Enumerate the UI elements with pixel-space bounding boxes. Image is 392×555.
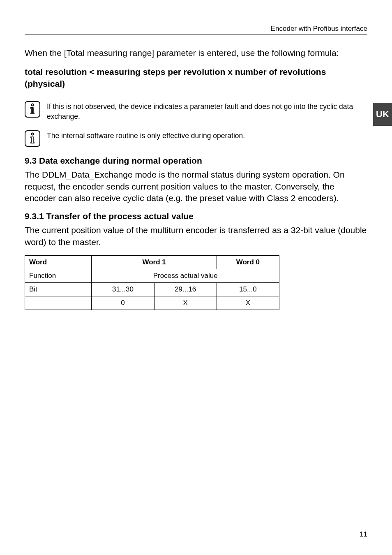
table-cell-bit-31-30: 31...30: [92, 283, 154, 296]
body-9-3: The DDLM_Data_Exchange mode is the norma…: [25, 169, 367, 204]
table-cell-bit-29-16: 29...16: [154, 283, 217, 296]
body-9-3-1: The current position value of the multit…: [25, 224, 367, 248]
svg-point-1: [32, 133, 34, 135]
table-cell-empty: [25, 296, 92, 310]
table-cell-function-label: Function: [25, 269, 92, 283]
table-cell-val-x2: X: [217, 296, 279, 310]
page-header: Encoder with Profibus interface: [25, 25, 367, 35]
table-cell-bit-15-0: 15...0: [217, 283, 279, 296]
table-header-word: Word: [25, 256, 92, 269]
language-tab-uk: UK: [373, 103, 392, 126]
note-1-text: If this is not observed, the device indi…: [47, 101, 367, 121]
table-row: Bit 31...30 29...16 15...0: [25, 283, 279, 296]
table-cell-val-0: 0: [92, 296, 154, 310]
formula-text: total resolution < measuring steps per r…: [25, 66, 367, 90]
table-row: Function Process actual value: [25, 269, 279, 283]
note-row-2: The internal software routine is only ef…: [25, 130, 367, 147]
note-2-text: The internal software routine is only ef…: [47, 130, 245, 141]
table-cell-function-value: Process actual value: [92, 269, 279, 283]
info-icon: [25, 101, 40, 118]
info-icon: [25, 130, 40, 147]
intro-paragraph: When the [Total measuring range] paramet…: [25, 47, 367, 59]
svg-point-0: [32, 104, 34, 106]
table-header-word0: Word 0: [217, 256, 279, 269]
header-title: Encoder with Profibus interface: [25, 25, 367, 33]
table-row: 0 X X: [25, 296, 279, 310]
table-header-word1: Word 1: [92, 256, 217, 269]
table-cell-bit-label: Bit: [25, 283, 92, 296]
heading-9-3: 9.3 Data exchange during normal operatio…: [25, 156, 367, 166]
heading-9-3-1: 9.3.1 Transfer of the process actual val…: [25, 211, 367, 221]
table-row: Word Word 1 Word 0: [25, 256, 279, 269]
page-number: 11: [360, 530, 367, 539]
note-row-1: If this is not observed, the device indi…: [25, 101, 367, 121]
table-cell-val-x1: X: [154, 296, 217, 310]
process-value-table: Word Word 1 Word 0 Function Process actu…: [25, 255, 279, 310]
